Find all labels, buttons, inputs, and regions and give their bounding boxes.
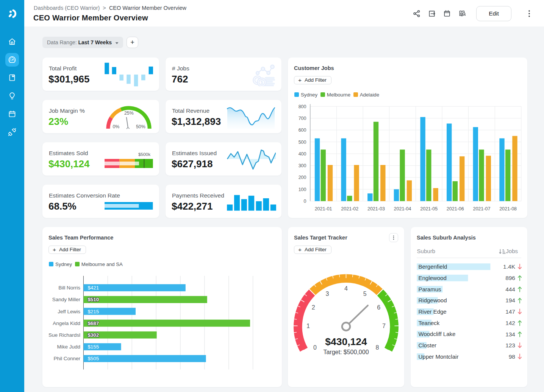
svg-text:2021-01: 2021-01	[315, 206, 332, 212]
svg-text:$430,124: $430,124	[325, 336, 367, 347]
svg-text:800: 800	[299, 104, 306, 109]
svg-text:98: 98	[509, 353, 515, 360]
svg-text:400: 400	[299, 151, 306, 157]
svg-text:$421: $421	[88, 285, 99, 291]
svg-text:200: 200	[299, 175, 306, 180]
svg-text:100: 100	[299, 187, 306, 192]
svg-text:Paramus: Paramus	[419, 286, 441, 292]
svg-text:Mike Judd: Mike Judd	[57, 344, 80, 350]
svg-text:2021-08: 2021-08	[499, 206, 517, 212]
svg-text:Teaneck: Teaneck	[419, 320, 440, 326]
svg-text:2021-04: 2021-04	[394, 206, 411, 212]
svg-text:8: 8	[376, 344, 379, 351]
svg-text:2: 2	[312, 304, 315, 311]
svg-text:2021-05: 2021-05	[420, 206, 438, 212]
svg-text:444: 444	[505, 286, 515, 292]
svg-text:25%: 25%	[124, 110, 134, 116]
svg-text:Sandy Miller: Sandy Miller	[52, 297, 81, 302]
svg-text:$215: $215	[88, 309, 99, 314]
svg-text:0: 0	[313, 344, 317, 351]
svg-text:Bill Norris: Bill Norris	[58, 285, 80, 291]
svg-text:Bergenfield: Bergenfield	[419, 263, 447, 270]
svg-text:5: 5	[363, 291, 367, 297]
svg-text:$155: $155	[88, 344, 99, 350]
svg-text:7: 7	[382, 323, 386, 329]
svg-text:$687: $687	[88, 320, 99, 326]
svg-text:147: 147	[505, 308, 515, 315]
svg-text:896: 896	[505, 275, 515, 281]
svg-text:50%: 50%	[136, 124, 145, 129]
svg-text:1.4K: 1.4K	[503, 263, 516, 270]
svg-text:0%: 0%	[113, 124, 119, 129]
svg-text:1: 1	[306, 323, 310, 329]
svg-text:0: 0	[304, 199, 306, 204]
svg-text:300: 300	[299, 163, 306, 168]
svg-text:2021-07: 2021-07	[473, 206, 490, 212]
svg-text:Closter: Closter	[419, 342, 437, 348]
svg-text:2021-06: 2021-06	[447, 206, 464, 212]
svg-text:2021-02: 2021-02	[341, 206, 358, 212]
svg-text:Angela Kidd: Angela Kidd	[53, 320, 80, 326]
svg-text:194: 194	[505, 297, 515, 303]
svg-text:Target: $500,000: Target: $500,000	[323, 349, 369, 355]
svg-text:142: 142	[505, 320, 515, 326]
svg-text:$500k: $500k	[138, 152, 150, 157]
svg-text:Phil Conner: Phil Conner	[53, 356, 80, 361]
svg-text:600: 600	[299, 128, 306, 133]
svg-text:3: 3	[325, 291, 329, 297]
svg-text:Englewood: Englewood	[419, 275, 447, 281]
svg-text:Sue Richardsl: Sue Richardsl	[48, 332, 80, 338]
svg-text:Jeff Lewis: Jeff Lewis	[58, 309, 80, 314]
svg-text:123: 123	[505, 342, 515, 348]
svg-text:500: 500	[299, 140, 306, 145]
svg-text:River Edge: River Edge	[419, 308, 447, 315]
svg-text:Jobs: Jobs	[506, 248, 518, 254]
svg-text:134: 134	[505, 331, 515, 338]
svg-text:4: 4	[344, 285, 348, 292]
svg-text:2021-03: 2021-03	[367, 206, 385, 212]
svg-text:Ridgewood: Ridgewood	[419, 297, 447, 303]
svg-text:6: 6	[377, 304, 380, 311]
svg-text:Upper Montclair: Upper Montclair	[419, 353, 459, 360]
svg-text:$510: $510	[88, 297, 99, 302]
svg-text:700: 700	[299, 116, 306, 121]
svg-text:Suburb: Suburb	[417, 248, 435, 254]
svg-text:Woodcliff Lake: Woodcliff Lake	[419, 331, 456, 337]
svg-text:$302: $302	[88, 332, 99, 338]
svg-text:$: $	[261, 80, 263, 85]
svg-text:$505: $505	[88, 356, 99, 361]
